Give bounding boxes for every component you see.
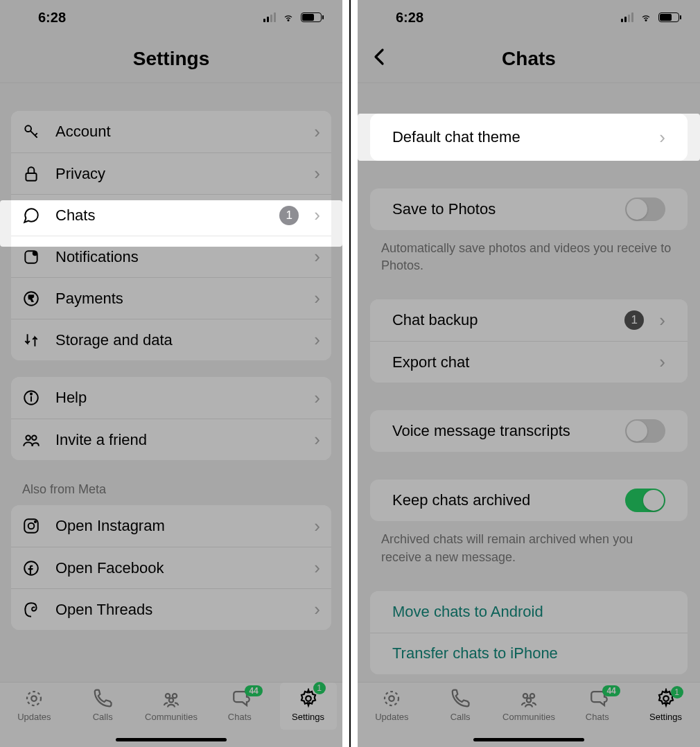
row-label: Move chats to Android	[392, 603, 665, 621]
status-time: 6:28	[396, 10, 423, 26]
row-label: Voice message transcripts	[392, 422, 610, 440]
row-save-photos[interactable]: Save to Photos	[370, 188, 688, 230]
settings-badge: 1	[671, 686, 683, 698]
row-account[interactable]: Account ›	[11, 111, 331, 152]
threads-icon	[22, 601, 40, 619]
back-button[interactable]	[373, 47, 385, 71]
chats-badge: 44	[245, 685, 262, 696]
updates-icon	[381, 688, 402, 709]
row-label: Default chat theme	[392, 128, 644, 146]
row-move-android[interactable]: Move chats to Android	[370, 591, 688, 633]
chevron-right-icon: ›	[659, 310, 665, 331]
row-label: Payments	[55, 290, 299, 308]
svg-point-10	[26, 435, 30, 440]
row-threads[interactable]: Open Threads ›	[11, 588, 331, 630]
row-notifications[interactable]: Notifications ›	[11, 236, 331, 277]
row-label: Invite a friend	[55, 431, 299, 449]
svg-point-24	[390, 696, 395, 701]
svg-point-4	[33, 251, 37, 254]
tab-updates[interactable]: Updates	[7, 688, 61, 722]
svg-point-28	[663, 696, 669, 701]
svg-point-23	[385, 692, 399, 705]
tab-bar: Updates Calls Communities 44 Chats 1 Set…	[358, 682, 700, 747]
status-icons	[621, 12, 679, 23]
row-label: Storage and data	[55, 331, 299, 349]
toggle-keep-archived[interactable]	[625, 489, 665, 512]
tab-label: Settings	[649, 712, 682, 722]
svg-point-13	[28, 523, 35, 529]
chats-badge: 44	[602, 685, 620, 696]
tab-label: Chats	[228, 712, 252, 722]
svg-point-11	[32, 435, 37, 440]
svg-rect-2	[26, 173, 36, 180]
svg-point-0	[288, 19, 289, 21]
toggle-voice-transcripts[interactable]	[625, 419, 665, 443]
row-label: Export chat	[392, 353, 644, 371]
chevron-right-icon: ›	[314, 599, 320, 620]
tab-communities[interactable]: Communities	[502, 688, 556, 722]
notification-icon	[22, 248, 40, 266]
row-label: Privacy	[55, 165, 299, 183]
chevron-right-icon: ›	[314, 121, 320, 143]
chevron-right-icon: ›	[314, 387, 320, 409]
tab-calls[interactable]: Calls	[433, 688, 487, 722]
row-transfer-iphone[interactable]: Transfer chats to iPhone	[370, 633, 688, 674]
row-chats[interactable]: Chats 1 ›	[11, 194, 331, 236]
svg-point-19	[173, 694, 177, 698]
facebook-icon	[22, 559, 40, 577]
svg-point-27	[527, 698, 531, 702]
svg-point-18	[166, 694, 170, 698]
instagram-icon	[22, 517, 40, 535]
updates-icon	[24, 688, 44, 709]
tab-settings[interactable]: 1 Settings	[281, 684, 335, 728]
row-label: Chats	[55, 206, 264, 225]
settings-content: Account › Privacy › Chats 1 › Notificati…	[0, 83, 342, 682]
row-voice-transcripts[interactable]: Voice message transcripts	[370, 410, 688, 452]
tab-updates[interactable]: Updates	[365, 688, 419, 722]
chevron-right-icon: ›	[314, 246, 320, 267]
tab-communities[interactable]: Communities	[144, 688, 198, 722]
chevron-right-icon: ›	[314, 163, 320, 184]
status-time: 6:28	[38, 10, 66, 26]
toggle-save-photos[interactable]	[625, 197, 665, 221]
tab-label: Settings	[292, 712, 324, 722]
row-privacy[interactable]: Privacy ›	[11, 152, 331, 194]
row-storage[interactable]: Storage and data ›	[11, 319, 331, 360]
tab-settings[interactable]: 1 Settings	[639, 688, 693, 722]
tab-label: Communities	[145, 712, 198, 722]
row-payments[interactable]: ₹ Payments ›	[11, 277, 331, 319]
tab-chats[interactable]: 44 Chats	[213, 688, 267, 722]
tab-chats[interactable]: 44 Chats	[570, 688, 624, 722]
tab-label: Calls	[93, 712, 113, 722]
storage-icon	[22, 331, 40, 349]
chevron-right-icon: ›	[314, 557, 320, 579]
svg-point-16	[27, 692, 41, 705]
row-invite[interactable]: Invite a friend ›	[11, 419, 331, 460]
page-title: Chats	[502, 48, 556, 70]
svg-point-25	[523, 694, 527, 698]
home-indicator	[116, 738, 227, 741]
row-label: Save to Photos	[392, 200, 610, 218]
row-label: Help	[55, 389, 299, 407]
row-facebook[interactable]: Open Facebook ›	[11, 547, 331, 588]
row-export-chat[interactable]: Export chat ›	[370, 341, 688, 383]
row-instagram[interactable]: Open Instagram ›	[11, 505, 331, 547]
lock-icon	[22, 165, 40, 183]
people-icon	[22, 431, 40, 449]
tab-bar: Updates Calls Communities 44 Chats 1 Set…	[0, 682, 342, 747]
chevron-right-icon: ›	[314, 516, 320, 537]
badge: 1	[624, 310, 644, 330]
row-help[interactable]: Help ›	[11, 377, 331, 419]
svg-point-9	[30, 394, 32, 395]
svg-point-20	[169, 698, 173, 702]
row-keep-archived[interactable]: Keep chats archived	[370, 480, 688, 521]
tab-label: Chats	[586, 712, 609, 722]
chevron-right-icon: ›	[314, 204, 320, 226]
row-default-theme[interactable]: Default chat theme ›	[370, 114, 688, 161]
row-chat-backup[interactable]: Chat backup 1 ›	[370, 299, 688, 341]
section-label-meta: Also from Meta	[22, 482, 331, 497]
status-bar: 6:28	[0, 0, 342, 35]
phone-icon	[450, 688, 471, 709]
tab-calls[interactable]: Calls	[76, 688, 130, 722]
svg-point-21	[306, 696, 311, 701]
